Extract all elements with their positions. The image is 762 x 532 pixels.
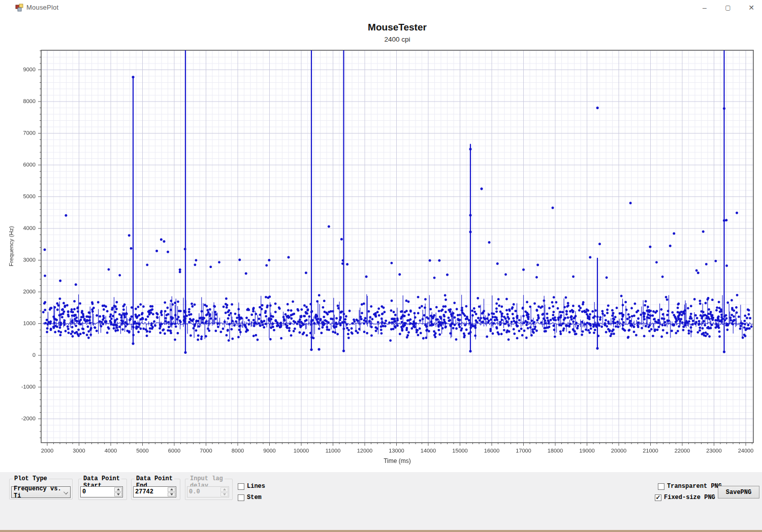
data-point-end-label2: End (136, 483, 147, 486)
plot-type-dropdown[interactable]: Frequency vs. Ti (11, 486, 71, 498)
window-bottom-edge (0, 530, 762, 532)
data-point-start-label: Data Point (82, 475, 121, 482)
close-button[interactable]: ✕ (740, 0, 762, 15)
transparent-png-checkbox[interactable]: Transparent PNG (658, 483, 722, 490)
maximize-icon: ▢ (725, 4, 731, 11)
spin-up-icon[interactable] (168, 487, 175, 492)
minimize-icon: – (703, 4, 707, 12)
frequency-vs-time-plot (0, 15, 762, 472)
app-icon (15, 4, 23, 12)
data-point-start-label2: Start (83, 483, 102, 486)
window-title: MousePlot (26, 4, 58, 11)
spin-down-icon[interactable] (114, 492, 122, 497)
data-point-start-input[interactable]: 0 (80, 486, 123, 497)
minimize-button[interactable]: – (693, 0, 716, 15)
control-panel: Plot Type Frequency vs. Ti Data Point St… (0, 472, 762, 530)
spin-down-icon (220, 492, 228, 497)
y-axis-label: Frequency (Hz) (8, 226, 14, 266)
close-icon: ✕ (748, 4, 754, 12)
fixed-size-png-checkbox[interactable]: ✓ Fixed-size PNG (655, 494, 715, 501)
input-lag-label2: delay (190, 483, 208, 486)
data-point-end-label: Data Point (135, 475, 174, 482)
input-lag-input: 0.0 (187, 486, 229, 497)
input-lag-label: Input lag (188, 475, 225, 482)
data-point-end-input[interactable]: 27742 (133, 486, 176, 497)
x-axis-label: Time (ms) (41, 457, 753, 464)
maximize-button[interactable]: ▢ (716, 0, 740, 15)
checkbox-icon (238, 494, 244, 501)
spin-up-icon[interactable] (114, 487, 122, 492)
checkbox-icon (238, 483, 244, 490)
spin-up-icon (220, 487, 228, 492)
save-png-button[interactable]: SavePNG (718, 486, 759, 498)
plot-type-label: Plot Type (13, 475, 49, 482)
spin-down-icon[interactable] (168, 492, 175, 497)
checkbox-icon (658, 483, 664, 490)
checkbox-checked-icon: ✓ (655, 494, 661, 501)
stem-checkbox[interactable]: Stem (238, 494, 262, 501)
title-bar: MousePlot – ▢ ✕ (0, 0, 762, 15)
lines-checkbox[interactable]: Lines (238, 483, 265, 490)
